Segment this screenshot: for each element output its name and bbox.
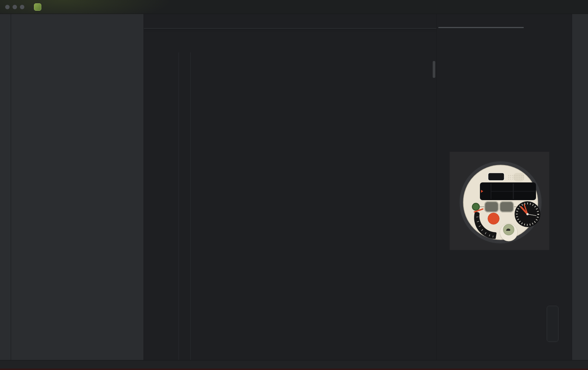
- day-chip: [500, 202, 513, 212]
- plugin-tag-icon[interactable]: [550, 362, 556, 367]
- device-selector[interactable]: [422, 2, 441, 11]
- editor-area: [144, 14, 436, 360]
- project-badge: [34, 3, 41, 11]
- zoom-controls: [547, 306, 558, 342]
- code-editor[interactable]: [144, 28, 436, 360]
- zoom-fit-button[interactable]: [550, 332, 556, 338]
- debug-button[interactable]: [480, 3, 487, 10]
- gradle-sync-button[interactable]: [539, 3, 546, 10]
- build-button[interactable]: [515, 3, 522, 10]
- chevron-down-icon: [19, 19, 24, 24]
- vcs-menu[interactable]: [56, 3, 67, 11]
- steps-complication: [500, 223, 518, 242]
- add-device-button[interactable]: [530, 18, 536, 24]
- profiler-button[interactable]: [527, 3, 534, 10]
- chevron-down-icon: [60, 4, 65, 9]
- weekday-subdial: [515, 201, 540, 227]
- panel-options-button[interactable]: [551, 18, 557, 24]
- device-toolbar: [437, 28, 572, 32]
- month-chip: [485, 202, 498, 212]
- window-zoom-button[interactable]: [20, 5, 24, 9]
- window-controls[interactable]: [5, 5, 24, 9]
- device-toolbar-row2: [437, 32, 572, 35]
- close-device-tab-icon[interactable]: [451, 18, 457, 24]
- header-scroll-indicator[interactable]: [438, 27, 524, 28]
- running-devices-panel: [436, 14, 572, 360]
- grille-dots: [507, 174, 525, 181]
- time-display: [480, 182, 536, 200]
- status-bar: [0, 360, 588, 369]
- year-complication: [488, 173, 504, 181]
- device-icon: [424, 4, 430, 10]
- chevron-down-icon: [46, 4, 51, 9]
- left-tool-strip: [0, 14, 11, 360]
- zoom-in-button[interactable]: [550, 309, 556, 316]
- orange-complication: [488, 213, 499, 225]
- window-minimize-button[interactable]: [13, 5, 17, 9]
- title-bar: [0, 0, 588, 14]
- editor-tab-bar: [144, 14, 436, 28]
- account-avatar[interactable]: [576, 3, 583, 10]
- indent-guide: [179, 52, 179, 360]
- lock-icon[interactable]: [567, 362, 572, 367]
- device-tab-icon: [440, 18, 447, 24]
- run-configuration-selector[interactable]: [445, 2, 464, 11]
- more-actions-button[interactable]: [492, 4, 498, 10]
- indent-guide: [190, 52, 191, 360]
- open-in-window-button[interactable]: [540, 18, 547, 24]
- project-view-selector[interactable]: [11, 14, 143, 28]
- error-badge[interactable]: [578, 362, 583, 367]
- search-everywhere-button[interactable]: [551, 3, 558, 10]
- sticky-lines: [144, 28, 436, 28]
- hide-panel-button[interactable]: [562, 18, 568, 24]
- status-dot: [473, 203, 480, 210]
- settings-button[interactable]: [564, 3, 571, 10]
- window-close-button[interactable]: [5, 5, 10, 9]
- chevron-down-icon: [434, 4, 439, 9]
- project-panel: [11, 14, 144, 360]
- project-switcher[interactable]: [32, 2, 53, 12]
- right-tool-strip: [572, 14, 588, 360]
- watch-icon: [447, 4, 453, 10]
- emulator-display[interactable]: [450, 152, 549, 250]
- zoom-out-button[interactable]: [550, 319, 556, 325]
- run-button[interactable]: [467, 3, 474, 10]
- editor-scrollbar[interactable]: [433, 61, 435, 78]
- inspections-ok-icon[interactable]: [425, 31, 431, 36]
- chevron-down-icon: [457, 4, 461, 9]
- watch-face: [458, 160, 543, 245]
- window-bottom-edge: [0, 369, 588, 370]
